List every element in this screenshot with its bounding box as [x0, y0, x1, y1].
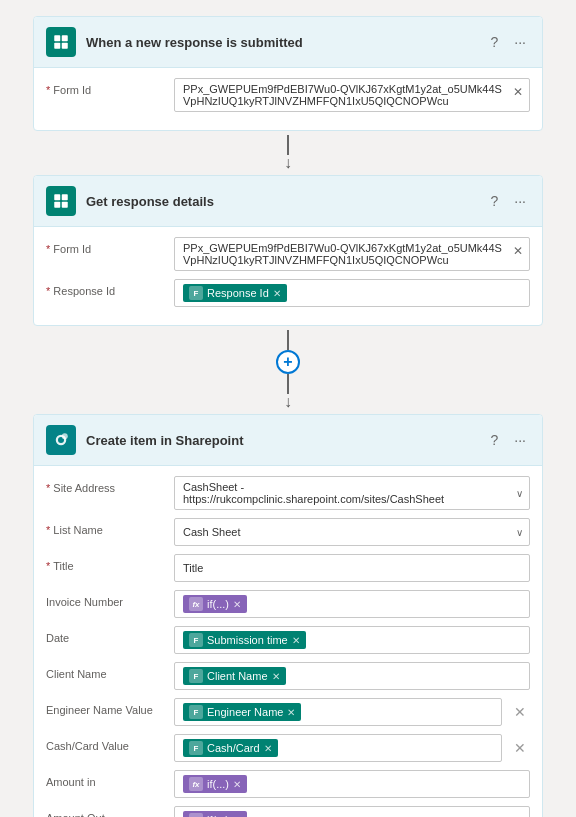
sp-client-label: Client Name — [46, 662, 166, 680]
sp-amountin-token-text: if(...) — [207, 778, 229, 790]
trigger-formid-text: PPx_GWEPUEm9fPdEBI7Wu0-QVlKJ67xKgtM1y2at… — [183, 83, 521, 107]
sp-cashcard-row: Cash/Card Value F Cash/Card ✕ ✕ — [46, 734, 530, 762]
sp-date-token-icon: F — [189, 633, 203, 647]
sp-cashcard-remove-button[interactable]: ✕ — [510, 736, 530, 760]
sp-amountout-row: Amount Out fx if(...) ✕ — [46, 806, 530, 817]
response-help-button[interactable]: ? — [487, 191, 503, 211]
sp-site-label: Site Address — [46, 476, 166, 494]
sharepoint-body: Site Address CashSheet - https://rukcomp… — [34, 466, 542, 817]
trigger-formid-close[interactable]: ✕ — [513, 85, 523, 99]
connector-2-plus[interactable]: + — [276, 350, 300, 374]
sp-title-value[interactable]: Title — [174, 554, 530, 582]
response-formid-label: Form Id — [46, 237, 166, 255]
sp-title-row: Title Title — [46, 554, 530, 582]
sp-amountin-token: fx if(...) ✕ — [183, 775, 247, 793]
sp-client-value[interactable]: F Client Name ✕ — [174, 662, 530, 690]
sp-list-dropdown-arrow: ∨ — [516, 527, 523, 538]
response-formid-value[interactable]: PPx_GWEPUEm9fPdEBI7Wu0-QVlKJ67xKgtM1y2at… — [174, 237, 530, 271]
connector-2: + ↓ — [276, 326, 300, 414]
sp-amountin-value[interactable]: fx if(...) ✕ — [174, 770, 530, 798]
sp-amountout-token-icon: fx — [189, 813, 203, 817]
sp-cashcard-token-icon: F — [189, 741, 203, 755]
trigger-formid-value[interactable]: PPx_GWEPUEm9fPdEBI7Wu0-QVlKJ67xKgtM1y2at… — [174, 78, 530, 112]
connector-2-line2 — [287, 374, 289, 394]
sp-engineer-token-icon: F — [189, 705, 203, 719]
sp-site-text: CashSheet - https://rukcompclinic.sharep… — [183, 481, 501, 505]
sp-client-token-close[interactable]: ✕ — [272, 671, 280, 682]
trigger-icon — [46, 27, 76, 57]
trigger-body: Form Id PPx_GWEPUEm9fPdEBI7Wu0-QVlKJ67xK… — [34, 68, 542, 130]
sp-list-label: List Name — [46, 518, 166, 536]
sharepoint-title: Create item in Sharepoint — [86, 433, 477, 448]
response-responseid-value[interactable]: F Response Id ✕ — [174, 279, 530, 307]
sp-amountin-label: Amount in — [46, 770, 166, 788]
sp-date-token-text: Submission time — [207, 634, 288, 646]
response-formid-row: Form Id PPx_GWEPUEm9fPdEBI7Wu0-QVlKJ67xK… — [46, 237, 530, 271]
trigger-card-header: When a new response is submitted ? ··· — [34, 17, 542, 68]
trigger-actions: ? ··· — [487, 32, 530, 52]
sp-client-token-text: Client Name — [207, 670, 268, 682]
response-responseid-token-close[interactable]: ✕ — [273, 288, 281, 299]
trigger-menu-button[interactable]: ··· — [510, 32, 530, 52]
sp-list-value[interactable]: Cash Sheet ∨ — [174, 518, 530, 546]
sp-site-value[interactable]: CashSheet - https://rukcompclinic.sharep… — [174, 476, 530, 510]
sp-date-token: F Submission time ✕ — [183, 631, 306, 649]
sp-cashcard-token: F Cash/Card ✕ — [183, 739, 278, 757]
sp-engineer-value[interactable]: F Engineer Name ✕ — [174, 698, 502, 726]
sharepoint-card: Create item in Sharepoint ? ··· Site Add… — [33, 414, 543, 817]
connector-2-line — [287, 330, 289, 350]
sp-engineer-label: Engineer Name Value — [46, 698, 166, 716]
trigger-card: When a new response is submitted ? ··· F… — [33, 16, 543, 131]
response-icon — [46, 186, 76, 216]
sp-cashcard-value[interactable]: F Cash/Card ✕ — [174, 734, 502, 762]
sp-title-text: Title — [183, 562, 203, 574]
sp-amountout-token: fx if(...) ✕ — [183, 811, 247, 817]
svg-rect-2 — [54, 43, 60, 49]
svg-rect-3 — [62, 43, 68, 49]
response-menu-button[interactable]: ··· — [510, 191, 530, 211]
svg-rect-0 — [54, 35, 60, 41]
flow-container: When a new response is submitted ? ··· F… — [16, 16, 560, 817]
response-responseid-token: F Response Id ✕ — [183, 284, 287, 302]
sp-engineer-token-text: Engineer Name — [207, 706, 283, 718]
response-actions: ? ··· — [487, 191, 530, 211]
sp-invoice-token-icon: fx — [189, 597, 203, 611]
sharepoint-help-button[interactable]: ? — [487, 430, 503, 450]
sp-date-token-close[interactable]: ✕ — [292, 635, 300, 646]
response-responseid-token-icon: F — [189, 286, 203, 300]
sp-cashcard-label: Cash/Card Value — [46, 734, 166, 752]
sp-date-label: Date — [46, 626, 166, 644]
sp-date-value[interactable]: F Submission time ✕ — [174, 626, 530, 654]
sp-amountin-token-close[interactable]: ✕ — [233, 779, 241, 790]
response-formid-close[interactable]: ✕ — [513, 244, 523, 258]
sharepoint-menu-button[interactable]: ··· — [510, 430, 530, 450]
response-body: Form Id PPx_GWEPUEm9fPdEBI7Wu0-QVlKJ67xK… — [34, 227, 542, 325]
sp-invoice-token-close[interactable]: ✕ — [233, 599, 241, 610]
sp-invoice-value[interactable]: fx if(...) ✕ — [174, 590, 530, 618]
sp-cashcard-token-text: Cash/Card — [207, 742, 260, 754]
trigger-help-button[interactable]: ? — [487, 32, 503, 52]
sharepoint-icon — [46, 425, 76, 455]
sp-invoice-token-text: if(...) — [207, 598, 229, 610]
sp-site-row: Site Address CashSheet - https://rukcomp… — [46, 476, 530, 510]
response-card-header: Get response details ? ··· — [34, 176, 542, 227]
sp-engineer-remove-button[interactable]: ✕ — [510, 700, 530, 724]
sp-amountout-value[interactable]: fx if(...) ✕ — [174, 806, 530, 817]
sp-client-token: F Client Name ✕ — [183, 667, 286, 685]
trigger-formid-row: Form Id PPx_GWEPUEm9fPdEBI7Wu0-QVlKJ67xK… — [46, 78, 530, 112]
sp-engineer-row: Engineer Name Value F Engineer Name ✕ ✕ — [46, 698, 530, 726]
svg-rect-7 — [62, 202, 68, 208]
sp-engineer-token-close[interactable]: ✕ — [287, 707, 295, 718]
sp-amountout-label: Amount Out — [46, 806, 166, 817]
sp-amountin-row: Amount in fx if(...) ✕ — [46, 770, 530, 798]
sp-list-text: Cash Sheet — [183, 526, 240, 538]
sp-invoice-token: fx if(...) ✕ — [183, 595, 247, 613]
svg-rect-5 — [62, 194, 68, 200]
sp-cashcard-token-close[interactable]: ✕ — [264, 743, 272, 754]
sp-invoice-label: Invoice Number — [46, 590, 166, 608]
sp-engineer-token: F Engineer Name ✕ — [183, 703, 301, 721]
response-formid-text: PPx_GWEPUEm9fPdEBI7Wu0-QVlKJ67xKgtM1y2at… — [183, 242, 521, 266]
connector-2-arrow: ↓ — [284, 394, 292, 410]
svg-rect-4 — [54, 194, 60, 200]
svg-rect-6 — [54, 202, 60, 208]
